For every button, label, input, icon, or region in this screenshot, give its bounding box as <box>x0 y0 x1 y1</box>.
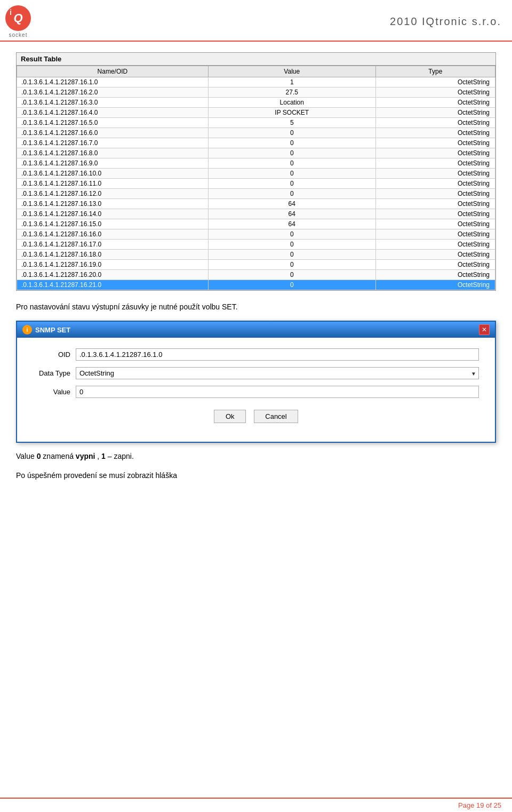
paragraph2-before: Value <box>16 452 37 460</box>
snmp-ok-button[interactable]: Ok <box>214 410 246 423</box>
table-row[interactable]: .0.1.3.6.1.4.1.21287.16.7.00OctetString <box>17 138 495 148</box>
snmp-datatype-wrapper: OctetString ▼ <box>76 367 479 379</box>
table-row[interactable]: .0.1.3.6.1.4.1.21287.16.12.00OctetString <box>17 189 495 199</box>
data-table: Name/OID Value Type .0.1.3.6.1.4.1.21287… <box>17 66 495 290</box>
snmp-cancel-button[interactable]: Cancel <box>254 410 298 423</box>
snmp-dialog: i SNMP SET ✕ OID Data Type OctetString ▼ <box>16 321 496 443</box>
snmp-value-label: Value <box>33 388 76 396</box>
logo-area: i Q socket <box>5 5 31 38</box>
table-row[interactable]: .0.1.3.6.1.4.1.21287.16.8.00OctetString <box>17 148 495 158</box>
cell-name: .0.1.3.6.1.4.1.21287.16.9.0 <box>17 158 209 169</box>
snmp-body: OID Data Type OctetString ▼ Value Ok Can… <box>17 338 495 442</box>
table-row[interactable]: .0.1.3.6.1.4.1.21287.16.15.064OctetStrin… <box>17 219 495 229</box>
col-header-value: Value <box>208 66 375 77</box>
table-row[interactable]: .0.1.3.6.1.4.1.21287.16.9.00OctetString <box>17 158 495 169</box>
paragraph2-bold2: vypni <box>76 452 95 460</box>
cell-type: OctetString <box>375 240 495 250</box>
table-row[interactable]: .0.1.3.6.1.4.1.21287.16.16.00OctetString <box>17 229 495 240</box>
cell-type: OctetString <box>375 108 495 118</box>
table-row[interactable]: .0.1.3.6.1.4.1.21287.16.4.0IP SOCKETOcte… <box>17 108 495 118</box>
main-content: Result Table Name/OID Value Type .0.1.3.… <box>0 42 512 500</box>
table-wrapper: Name/OID Value Type .0.1.3.6.1.4.1.21287… <box>17 66 495 290</box>
table-row[interactable]: .0.1.3.6.1.4.1.21287.16.21.00OctetString <box>17 280 495 290</box>
snmp-datatype-select[interactable]: OctetString <box>76 367 479 379</box>
table-row[interactable]: .0.1.3.6.1.4.1.21287.16.19.00OctetString <box>17 260 495 270</box>
cell-type: OctetString <box>375 169 495 179</box>
cell-value: 0 <box>208 148 375 158</box>
cell-value: 0 <box>208 240 375 250</box>
cell-value: 0 <box>208 158 375 169</box>
paragraph1: Pro nastavování stavu výstupní zásuvky j… <box>16 301 496 313</box>
table-row[interactable]: .0.1.3.6.1.4.1.21287.16.2.027.5OctetStri… <box>17 87 495 98</box>
paragraph3: Po úspešném provedení se musí zobrazit h… <box>16 470 496 481</box>
table-row[interactable]: .0.1.3.6.1.4.1.21287.16.13.064OctetStrin… <box>17 199 495 209</box>
page-number: Page 19 of 25 <box>458 801 501 809</box>
table-row[interactable]: .0.1.3.6.1.4.1.21287.16.5.05OctetString <box>17 118 495 128</box>
cell-value: 0 <box>208 179 375 189</box>
table-row[interactable]: .0.1.3.6.1.4.1.21287.16.6.00OctetString <box>17 128 495 138</box>
snmp-icon: i <box>22 325 32 335</box>
cell-value: 0 <box>208 128 375 138</box>
snmp-titlebar: i SNMP SET ✕ <box>17 322 495 338</box>
cell-type: OctetString <box>375 87 495 98</box>
cell-type: OctetString <box>375 260 495 270</box>
cell-name: .0.1.3.6.1.4.1.21287.16.8.0 <box>17 148 209 158</box>
cell-value: 0 <box>208 189 375 199</box>
company-name: 2010 IQtronic s.r.o. <box>390 15 501 28</box>
table-row[interactable]: .0.1.3.6.1.4.1.21287.16.14.064OctetStrin… <box>17 209 495 219</box>
cell-value: 64 <box>208 209 375 219</box>
table-row[interactable]: .0.1.3.6.1.4.1.21287.16.11.00OctetString <box>17 179 495 189</box>
cell-name: .0.1.3.6.1.4.1.21287.16.1.0 <box>17 77 209 87</box>
logo-text: socket <box>9 32 28 38</box>
cell-name: .0.1.3.6.1.4.1.21287.16.5.0 <box>17 118 209 128</box>
table-row[interactable]: .0.1.3.6.1.4.1.21287.16.1.01OctetString <box>17 77 495 87</box>
table-header-row: Name/OID Value Type <box>17 66 495 77</box>
table-row[interactable]: .0.1.3.6.1.4.1.21287.16.17.00OctetString <box>17 240 495 250</box>
cell-name: .0.1.3.6.1.4.1.21287.16.6.0 <box>17 128 209 138</box>
cell-name: .0.1.3.6.1.4.1.21287.16.21.0 <box>17 280 209 290</box>
cell-type: OctetString <box>375 219 495 229</box>
page-footer: Page 19 of 25 <box>0 798 512 812</box>
result-table-window: Result Table Name/OID Value Type .0.1.3.… <box>16 52 496 291</box>
cell-name: .0.1.3.6.1.4.1.21287.16.14.0 <box>17 209 209 219</box>
cell-name: .0.1.3.6.1.4.1.21287.16.4.0 <box>17 108 209 118</box>
snmp-close-button[interactable]: ✕ <box>479 324 490 335</box>
snmp-oid-input[interactable] <box>76 348 479 361</box>
cell-name: .0.1.3.6.1.4.1.21287.16.15.0 <box>17 219 209 229</box>
snmp-datatype-label: Data Type <box>33 369 76 377</box>
cell-type: OctetString <box>375 250 495 260</box>
snmp-buttons: Ok Cancel <box>33 404 479 431</box>
cell-name: .0.1.3.6.1.4.1.21287.16.19.0 <box>17 260 209 270</box>
cell-type: OctetString <box>375 229 495 240</box>
cell-name: .0.1.3.6.1.4.1.21287.16.12.0 <box>17 189 209 199</box>
cell-value: 1 <box>208 77 375 87</box>
cell-type: OctetString <box>375 209 495 219</box>
table-row[interactable]: .0.1.3.6.1.4.1.21287.16.3.0LocationOctet… <box>17 98 495 108</box>
cell-type: OctetString <box>375 138 495 148</box>
cell-value: 64 <box>208 199 375 209</box>
snmp-datatype-field: Data Type OctetString ▼ <box>33 367 479 379</box>
cell-value: 27.5 <box>208 87 375 98</box>
cell-value: Location <box>208 98 375 108</box>
cell-value: 5 <box>208 118 375 128</box>
table-row[interactable]: .0.1.3.6.1.4.1.21287.16.18.00OctetString <box>17 250 495 260</box>
cell-type: OctetString <box>375 179 495 189</box>
page-header: i Q socket 2010 IQtronic s.r.o. <box>0 0 512 42</box>
cell-type: OctetString <box>375 77 495 87</box>
cell-type: OctetString <box>375 199 495 209</box>
snmp-title-left: i SNMP SET <box>22 325 70 335</box>
cell-name: .0.1.3.6.1.4.1.21287.16.13.0 <box>17 199 209 209</box>
cell-type: OctetString <box>375 128 495 138</box>
cell-value: IP SOCKET <box>208 108 375 118</box>
cell-name: .0.1.3.6.1.4.1.21287.16.17.0 <box>17 240 209 250</box>
snmp-value-field: Value <box>33 386 479 398</box>
paragraph2: Value 0 znamená vypni , 1 – zapni. <box>16 451 496 462</box>
cell-value: 0 <box>208 229 375 240</box>
snmp-value-input[interactable] <box>76 386 479 398</box>
table-row[interactable]: .0.1.3.6.1.4.1.21287.16.10.00OctetString <box>17 169 495 179</box>
cell-name: .0.1.3.6.1.4.1.21287.16.7.0 <box>17 138 209 148</box>
snmp-oid-field: OID <box>33 348 479 361</box>
logo-icon: i Q <box>5 5 31 31</box>
cell-type: OctetString <box>375 270 495 280</box>
table-row[interactable]: .0.1.3.6.1.4.1.21287.16.20.00OctetString <box>17 270 495 280</box>
